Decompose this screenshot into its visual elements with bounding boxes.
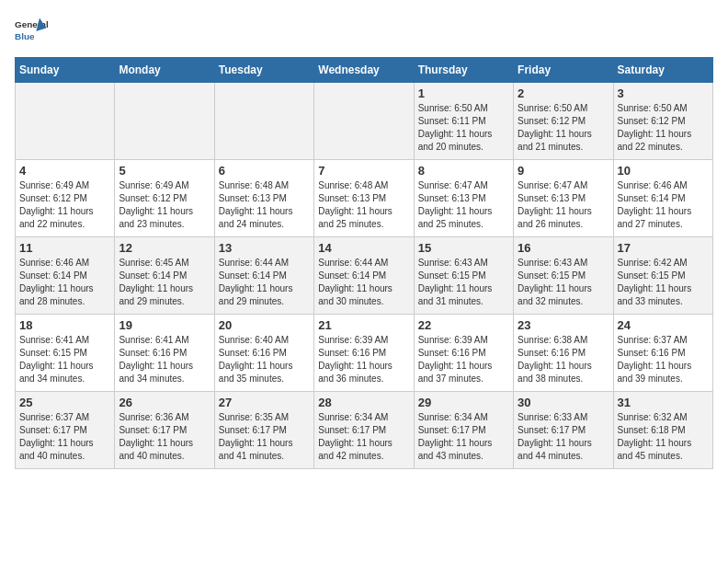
day-info: Sunrise: 6:43 AMSunset: 6:15 PMDaylight:… <box>518 257 609 308</box>
svg-text:Blue: Blue <box>15 31 35 41</box>
day-info: Sunrise: 6:42 AMSunset: 6:15 PMDaylight:… <box>618 257 709 308</box>
day-info: Sunrise: 6:39 AMSunset: 6:16 PMDaylight:… <box>318 334 409 385</box>
day-cell: 22Sunrise: 6:39 AMSunset: 6:16 PMDayligh… <box>414 315 513 392</box>
header-row: SundayMondayTuesdayWednesdayThursdayFrid… <box>16 58 713 83</box>
day-info: Sunrise: 6:44 AMSunset: 6:14 PMDaylight:… <box>318 257 409 308</box>
day-info: Sunrise: 6:48 AMSunset: 6:13 PMDaylight:… <box>318 179 409 231</box>
day-number: 7 <box>318 164 409 178</box>
day-number: 8 <box>418 164 509 178</box>
day-info: Sunrise: 6:33 AMSunset: 6:17 PMDaylight:… <box>518 411 609 463</box>
day-number: 4 <box>19 164 110 178</box>
day-info: Sunrise: 6:46 AMSunset: 6:14 PMDaylight:… <box>19 257 110 308</box>
day-number: 9 <box>518 164 609 178</box>
day-number: 22 <box>418 318 509 332</box>
day-cell: 19Sunrise: 6:41 AMSunset: 6:16 PMDayligh… <box>115 315 214 392</box>
day-info: Sunrise: 6:47 AMSunset: 6:13 PMDaylight:… <box>518 179 609 231</box>
day-cell: 29Sunrise: 6:34 AMSunset: 6:17 PMDayligh… <box>414 392 513 469</box>
header: GeneralBlue <box>15 15 713 48</box>
col-header-monday: Monday <box>115 58 214 83</box>
day-cell: 23Sunrise: 6:38 AMSunset: 6:16 PMDayligh… <box>514 315 613 392</box>
day-info: Sunrise: 6:41 AMSunset: 6:16 PMDaylight:… <box>119 334 210 385</box>
col-header-thursday: Thursday <box>414 58 513 83</box>
day-number: 15 <box>418 241 509 255</box>
day-number: 1 <box>418 86 509 100</box>
day-cell: 31Sunrise: 6:32 AMSunset: 6:18 PMDayligh… <box>613 392 712 469</box>
day-number: 3 <box>618 86 709 100</box>
day-cell: 20Sunrise: 6:40 AMSunset: 6:16 PMDayligh… <box>214 315 313 392</box>
day-cell: 11Sunrise: 6:46 AMSunset: 6:14 PMDayligh… <box>16 237 115 315</box>
day-info: Sunrise: 6:50 AMSunset: 6:11 PMDaylight:… <box>418 102 509 154</box>
day-info: Sunrise: 6:35 AMSunset: 6:17 PMDaylight:… <box>219 411 310 463</box>
day-number: 12 <box>119 241 210 255</box>
day-number: 21 <box>318 318 409 332</box>
day-number: 19 <box>119 318 210 332</box>
day-number: 14 <box>318 241 409 255</box>
day-info: Sunrise: 6:45 AMSunset: 6:14 PMDaylight:… <box>119 257 210 308</box>
day-info: Sunrise: 6:41 AMSunset: 6:15 PMDaylight:… <box>19 334 110 385</box>
day-info: Sunrise: 6:43 AMSunset: 6:15 PMDaylight:… <box>418 257 509 308</box>
day-info: Sunrise: 6:49 AMSunset: 6:12 PMDaylight:… <box>119 179 210 231</box>
day-cell <box>16 83 115 160</box>
day-cell: 16Sunrise: 6:43 AMSunset: 6:15 PMDayligh… <box>514 237 613 315</box>
day-number: 25 <box>19 396 110 409</box>
col-header-friday: Friday <box>514 58 613 83</box>
day-number: 16 <box>518 241 609 255</box>
day-cell: 12Sunrise: 6:45 AMSunset: 6:14 PMDayligh… <box>115 237 214 315</box>
week-row-1: 1Sunrise: 6:50 AMSunset: 6:11 PMDaylight… <box>16 83 713 160</box>
day-cell: 8Sunrise: 6:47 AMSunset: 6:13 PMDaylight… <box>414 160 513 237</box>
day-number: 18 <box>19 318 110 332</box>
day-number: 24 <box>618 318 709 332</box>
week-row-2: 4Sunrise: 6:49 AMSunset: 6:12 PMDaylight… <box>16 160 713 237</box>
col-header-wednesday: Wednesday <box>314 58 414 83</box>
day-info: Sunrise: 6:38 AMSunset: 6:16 PMDaylight:… <box>518 334 609 385</box>
day-cell: 2Sunrise: 6:50 AMSunset: 6:12 PMDaylight… <box>514 83 613 160</box>
day-cell: 17Sunrise: 6:42 AMSunset: 6:15 PMDayligh… <box>613 237 712 315</box>
day-cell: 9Sunrise: 6:47 AMSunset: 6:13 PMDaylight… <box>514 160 613 237</box>
day-info: Sunrise: 6:46 AMSunset: 6:14 PMDaylight:… <box>618 179 709 231</box>
day-number: 10 <box>618 164 709 178</box>
week-row-4: 18Sunrise: 6:41 AMSunset: 6:15 PMDayligh… <box>16 315 713 392</box>
day-cell: 24Sunrise: 6:37 AMSunset: 6:16 PMDayligh… <box>613 315 712 392</box>
day-number: 30 <box>518 396 609 409</box>
day-info: Sunrise: 6:48 AMSunset: 6:13 PMDaylight:… <box>219 179 310 231</box>
day-cell: 15Sunrise: 6:43 AMSunset: 6:15 PMDayligh… <box>414 237 513 315</box>
calendar-table: SundayMondayTuesdayWednesdayThursdayFrid… <box>15 57 713 469</box>
day-info: Sunrise: 6:50 AMSunset: 6:12 PMDaylight:… <box>618 102 709 154</box>
logo: GeneralBlue <box>15 15 48 48</box>
day-number: 5 <box>119 164 210 178</box>
day-cell: 25Sunrise: 6:37 AMSunset: 6:17 PMDayligh… <box>16 392 115 469</box>
day-number: 11 <box>19 241 110 255</box>
day-cell: 10Sunrise: 6:46 AMSunset: 6:14 PMDayligh… <box>613 160 712 237</box>
day-cell <box>214 83 313 160</box>
day-info: Sunrise: 6:49 AMSunset: 6:12 PMDaylight:… <box>19 179 110 231</box>
day-cell <box>314 83 414 160</box>
day-info: Sunrise: 6:37 AMSunset: 6:17 PMDaylight:… <box>19 411 110 463</box>
day-number: 6 <box>219 164 310 178</box>
day-info: Sunrise: 6:34 AMSunset: 6:17 PMDaylight:… <box>418 411 509 463</box>
day-number: 2 <box>518 86 609 100</box>
day-info: Sunrise: 6:44 AMSunset: 6:14 PMDaylight:… <box>219 257 310 308</box>
day-cell: 4Sunrise: 6:49 AMSunset: 6:12 PMDaylight… <box>16 160 115 237</box>
day-cell: 18Sunrise: 6:41 AMSunset: 6:15 PMDayligh… <box>16 315 115 392</box>
day-info: Sunrise: 6:32 AMSunset: 6:18 PMDaylight:… <box>618 411 709 463</box>
day-number: 28 <box>318 396 409 409</box>
week-row-5: 25Sunrise: 6:37 AMSunset: 6:17 PMDayligh… <box>16 392 713 469</box>
day-cell: 13Sunrise: 6:44 AMSunset: 6:14 PMDayligh… <box>214 237 313 315</box>
col-header-sunday: Sunday <box>16 58 115 83</box>
day-number: 27 <box>219 396 310 409</box>
day-number: 26 <box>119 396 210 409</box>
day-cell: 7Sunrise: 6:48 AMSunset: 6:13 PMDaylight… <box>314 160 414 237</box>
col-header-saturday: Saturday <box>613 58 712 83</box>
day-cell: 28Sunrise: 6:34 AMSunset: 6:17 PMDayligh… <box>314 392 414 469</box>
day-cell: 26Sunrise: 6:36 AMSunset: 6:17 PMDayligh… <box>115 392 214 469</box>
day-cell: 3Sunrise: 6:50 AMSunset: 6:12 PMDaylight… <box>613 83 712 160</box>
day-number: 23 <box>518 318 609 332</box>
day-info: Sunrise: 6:34 AMSunset: 6:17 PMDaylight:… <box>318 411 409 463</box>
day-info: Sunrise: 6:50 AMSunset: 6:12 PMDaylight:… <box>518 102 609 154</box>
col-header-tuesday: Tuesday <box>214 58 313 83</box>
day-info: Sunrise: 6:37 AMSunset: 6:16 PMDaylight:… <box>618 334 709 385</box>
day-number: 31 <box>618 396 709 409</box>
day-cell: 5Sunrise: 6:49 AMSunset: 6:12 PMDaylight… <box>115 160 214 237</box>
week-row-3: 11Sunrise: 6:46 AMSunset: 6:14 PMDayligh… <box>16 237 713 315</box>
day-number: 17 <box>618 241 709 255</box>
